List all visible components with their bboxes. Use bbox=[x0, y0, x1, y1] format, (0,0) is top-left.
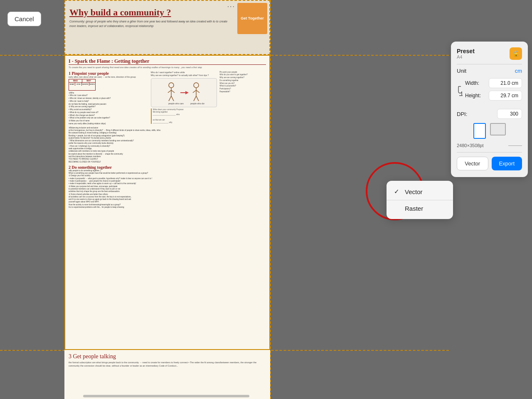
section3: 2 Do something together rally people to … bbox=[69, 165, 266, 209]
dpi-input[interactable] bbox=[497, 109, 522, 119]
section1-heading: 1 Pinpoint your people bbox=[69, 71, 148, 76]
guide-line-v-right bbox=[270, 0, 271, 399]
three-dots-menu[interactable]: ··· bbox=[227, 3, 235, 10]
height-label: Height: bbox=[465, 93, 481, 99]
main-page-content: I - Spark the Flame : Getting together T… bbox=[65, 56, 269, 211]
divider-1 bbox=[457, 64, 522, 64]
top-page-title: Why build a community ? bbox=[69, 7, 232, 18]
doc-page-bottom: 3 Get people talking the formal subscrip… bbox=[64, 350, 270, 399]
lock-icon: 🔒 bbox=[512, 50, 520, 57]
section3-text: rally people to do something together ;)… bbox=[69, 170, 266, 209]
dpi-row: DPI: bbox=[457, 109, 522, 119]
bottom-page-text: the formal subscription are what brings … bbox=[64, 361, 270, 368]
orientation-icons bbox=[457, 123, 522, 139]
width-height-block: Width: Height: bbox=[465, 78, 522, 105]
svg-line-10 bbox=[194, 96, 196, 101]
bottom-page-title: 3 Get people talking bbox=[64, 350, 270, 361]
vector-button[interactable]: Vector bbox=[457, 157, 488, 170]
width-input[interactable] bbox=[489, 78, 522, 88]
height-input[interactable] bbox=[489, 91, 522, 101]
unit-value[interactable]: cm bbox=[515, 68, 522, 74]
svg-line-4 bbox=[169, 96, 171, 101]
canvas: Cancel Why build a community ? Community… bbox=[0, 0, 449, 399]
svg-line-5 bbox=[171, 96, 174, 101]
preset-label: Preset bbox=[457, 48, 475, 54]
section2-text: ④Balancing inclusion and exclusion at fi… bbox=[69, 127, 266, 163]
dropdown-menu: ✓ Vector Raster bbox=[387, 181, 453, 219]
svg-line-11 bbox=[196, 96, 199, 101]
svg-line-8 bbox=[193, 90, 196, 93]
section3-heading: 2 Do something together bbox=[69, 165, 266, 170]
section1-right: Who do I want together? online while Why… bbox=[151, 71, 217, 126]
check-icon: ✓ bbox=[394, 188, 401, 195]
sticky-note: Get Together bbox=[241, 16, 264, 21]
width-label: Width: bbox=[465, 80, 479, 86]
preset-row: Preset A4 🔒 bbox=[457, 47, 522, 60]
dropdown-item-raster[interactable]: Raster bbox=[387, 200, 453, 217]
dpi-label: DPI: bbox=[457, 111, 467, 117]
scrollbar[interactable] bbox=[83, 395, 249, 397]
action-buttons: Vector Export bbox=[457, 157, 522, 170]
who-items-text: ①Who • Who do I care about? • Who do I s… bbox=[69, 92, 148, 126]
unit-label: Unit bbox=[457, 68, 466, 74]
portrait-icon[interactable] bbox=[473, 123, 486, 139]
dimension-row: 2480×3508pt ——— bbox=[457, 142, 522, 148]
who-box: WHO WHY WHAT HOW WHERE WHEN bbox=[69, 79, 96, 91]
svg-text:people who don't: people who don't bbox=[190, 102, 204, 105]
width-row: Width: Height: bbox=[457, 78, 522, 105]
top-page-content: Why build a community ? Community: group… bbox=[69, 7, 232, 28]
doc-page-top: Why build a community ? Community: group… bbox=[64, 0, 270, 55]
svg-line-2 bbox=[168, 90, 171, 93]
landscape-icon[interactable] bbox=[490, 123, 506, 135]
chapter-title: I - Spark the Flame : Getting together bbox=[69, 58, 266, 65]
section1-right-text: Who do I want together? online while Why… bbox=[151, 71, 217, 77]
intro-text: To create this you need to spark sharing… bbox=[69, 66, 266, 69]
right-panel: Preset A4 🔒 Unit cm Width: Height: bbox=[451, 42, 528, 177]
unit-row: Unit cm bbox=[457, 68, 522, 74]
preset-info: Preset A4 bbox=[457, 48, 475, 59]
svg-line-9 bbox=[196, 90, 200, 93]
purpose-box: Write down your community Purpose: We br… bbox=[151, 108, 217, 124]
cancel-button[interactable]: Cancel bbox=[7, 12, 41, 26]
section1-left: 1 Pinpoint your people early allies (are… bbox=[69, 71, 148, 126]
lock-button[interactable]: 🔒 bbox=[510, 47, 522, 60]
preset-sub: A4 bbox=[457, 54, 475, 59]
illustration-box: people who care people who don't bbox=[151, 78, 217, 107]
link-icon bbox=[457, 84, 463, 99]
height-field-row: Height: bbox=[465, 91, 522, 101]
top-page-subtitle: Community: group of people who they shar… bbox=[69, 20, 232, 28]
dash-placeholder: ——— bbox=[508, 143, 522, 148]
divider-2 bbox=[457, 152, 522, 153]
svg-line-3 bbox=[171, 90, 175, 93]
export-button[interactable]: Export bbox=[492, 157, 522, 170]
dropdown-vector-label: Vector bbox=[405, 188, 423, 195]
svg-point-6 bbox=[194, 83, 199, 88]
svg-point-0 bbox=[169, 83, 174, 88]
width-field-row: Width: bbox=[465, 78, 522, 88]
dimension-text: 2480×3508pt bbox=[457, 143, 484, 148]
svg-text:people who care: people who care bbox=[168, 102, 184, 105]
dropdown-raster-label: Raster bbox=[405, 205, 423, 212]
section-pins: Pin point your people Who do you want to… bbox=[219, 71, 266, 126]
dropdown-item-vector[interactable]: ✓ Vector bbox=[387, 183, 453, 200]
section1-sub: early allies (are about what we care) → … bbox=[69, 76, 148, 78]
doc-page-main: I - Spark the Flame : Getting together T… bbox=[64, 55, 270, 350]
